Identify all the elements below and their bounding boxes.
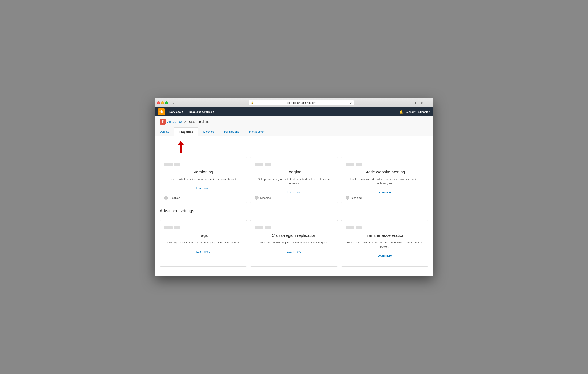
tags-card[interactable]: Tags Use tags to track your cost against… bbox=[160, 220, 247, 267]
services-label: Services bbox=[169, 110, 181, 113]
icon-rect-6 bbox=[356, 163, 362, 166]
static-website-divider bbox=[346, 188, 424, 188]
icon-rect-2 bbox=[174, 163, 180, 166]
transfer-accel-icon bbox=[346, 224, 424, 231]
static-website-card[interactable]: Static website hosting Host a static web… bbox=[341, 157, 428, 203]
browser-window: ‹ › ⊡ 🔒 console.aws.amazon.com ↺ ⬆ ⧉ + S… bbox=[155, 98, 433, 276]
transfer-accel-description: Enable fast, easy and secure transfers o… bbox=[346, 240, 424, 249]
resource-groups-label: Resource Groups bbox=[189, 110, 212, 113]
breadcrumb-current: notes-app-client bbox=[188, 120, 209, 123]
nav-buttons: ‹ › bbox=[171, 101, 183, 105]
tabs-bar: Objects Properties Lifecycle Permissions… bbox=[155, 128, 433, 137]
arrow-head bbox=[178, 141, 184, 145]
services-menu[interactable]: Services ▾ bbox=[168, 109, 184, 114]
static-website-status: Disabled bbox=[346, 196, 362, 200]
tab-icon-button[interactable]: ⊡ bbox=[184, 101, 190, 105]
share-button[interactable]: ⬆ bbox=[413, 101, 418, 105]
svg-rect-0 bbox=[160, 111, 160, 112]
bell-icon[interactable]: 🔔 bbox=[399, 110, 403, 114]
logging-learn-more[interactable]: Learn more bbox=[255, 191, 333, 194]
tabs-container: Objects Properties Lifecycle Permissions… bbox=[155, 128, 433, 137]
logging-description: Set up access log records that provide d… bbox=[255, 177, 333, 185]
icon-rect-3 bbox=[255, 163, 263, 166]
icon-rect-8 bbox=[174, 226, 180, 229]
versioning-card[interactable]: Versioning Keep multiple versions of an … bbox=[160, 157, 247, 203]
main-content: Amazon S3 > notes-app-client Objects Pro… bbox=[155, 116, 433, 276]
browser-chrome: ‹ › ⊡ 🔒 console.aws.amazon.com ↺ ⬆ ⧉ + bbox=[155, 98, 433, 107]
back-button[interactable]: ‹ bbox=[171, 101, 176, 105]
new-tab-button[interactable]: ⧉ bbox=[419, 101, 425, 105]
advanced-settings-title: Advanced settings bbox=[160, 208, 428, 213]
global-label: Global bbox=[406, 110, 414, 113]
versioning-learn-more[interactable]: Learn more bbox=[164, 187, 242, 190]
s3-link[interactable]: Amazon S3 bbox=[167, 120, 182, 123]
maximize-button[interactable] bbox=[165, 101, 168, 104]
transfer-accel-learn-more[interactable]: Learn more bbox=[346, 254, 424, 257]
close-button[interactable] bbox=[157, 101, 160, 104]
svg-rect-2 bbox=[162, 111, 163, 113]
icon-rect-12 bbox=[356, 226, 362, 229]
support-menu[interactable]: Support ▾ bbox=[418, 110, 430, 113]
advanced-cards-row: Tags Use tags to track your cost against… bbox=[160, 220, 428, 267]
versioning-status-text: Disabled bbox=[170, 196, 180, 200]
services-chevron: ▾ bbox=[182, 110, 183, 113]
icon-rect-5 bbox=[346, 163, 354, 166]
tab-objects[interactable]: Objects bbox=[155, 128, 174, 137]
global-chevron: ▾ bbox=[414, 110, 416, 113]
add-tab-button[interactable]: + bbox=[425, 101, 431, 105]
tab-management[interactable]: Management bbox=[244, 128, 270, 137]
cross-region-learn-more[interactable]: Learn more bbox=[255, 250, 333, 253]
versioning-description: Keep multiple versions of an object in t… bbox=[164, 177, 242, 181]
properties-cards-row: Versioning Keep multiple versions of an … bbox=[160, 157, 428, 203]
resource-groups-chevron: ▾ bbox=[213, 110, 214, 113]
cross-region-card[interactable]: Cross-region replication Automate copyin… bbox=[250, 220, 337, 267]
tags-title: Tags bbox=[164, 233, 242, 238]
icon-rect-9 bbox=[255, 226, 263, 229]
support-chevron: ▾ bbox=[429, 110, 430, 113]
static-website-description: Host a static website, which does not re… bbox=[346, 177, 424, 185]
properties-content: Versioning Keep multiple versions of an … bbox=[155, 137, 433, 276]
transfer-accel-title: Transfer acceleration bbox=[346, 233, 424, 238]
arrow-indicator bbox=[160, 141, 428, 153]
versioning-icon bbox=[164, 161, 242, 168]
logging-icon bbox=[255, 161, 333, 168]
resource-groups-menu[interactable]: Resource Groups ▾ bbox=[188, 109, 216, 114]
arrow-stem bbox=[180, 145, 182, 153]
transfer-accel-divider bbox=[346, 251, 424, 251]
logging-divider bbox=[255, 188, 333, 188]
minimize-button[interactable] bbox=[161, 101, 164, 104]
browser-actions: ⬆ ⧉ + bbox=[413, 101, 431, 105]
cross-region-icon bbox=[255, 224, 333, 231]
static-website-status-text: Disabled bbox=[351, 196, 362, 200]
static-website-title: Static website hosting bbox=[346, 170, 424, 174]
icon-rect-11 bbox=[346, 226, 354, 229]
support-label: Support bbox=[418, 110, 428, 113]
tab-properties[interactable]: Properties bbox=[174, 128, 198, 137]
tab-permissions[interactable]: Permissions bbox=[219, 128, 244, 137]
logging-status-dot bbox=[255, 196, 259, 200]
logging-card[interactable]: Logging Set up access log records that p… bbox=[250, 157, 337, 203]
cross-region-description: Automate copying objects across differen… bbox=[255, 240, 333, 245]
reload-button[interactable]: ↺ bbox=[349, 101, 352, 104]
transfer-accel-card[interactable]: Transfer acceleration Enable fast, easy … bbox=[341, 220, 428, 267]
cross-region-divider bbox=[255, 247, 333, 247]
tags-learn-more[interactable]: Learn more bbox=[164, 250, 242, 253]
advanced-settings-divider bbox=[160, 216, 428, 216]
red-arrow bbox=[178, 141, 184, 153]
tab-lifecycle[interactable]: Lifecycle bbox=[198, 128, 219, 137]
lock-icon: 🔒 bbox=[251, 101, 254, 104]
address-bar: 🔒 console.aws.amazon.com ↺ bbox=[249, 100, 354, 106]
logging-title: Logging bbox=[255, 170, 333, 174]
forward-button[interactable]: › bbox=[177, 101, 183, 105]
versioning-status-dot bbox=[164, 196, 168, 200]
svg-rect-1 bbox=[161, 110, 162, 113]
versioning-status: Disabled bbox=[164, 196, 180, 200]
nav-right: 🔔 Global ▾ Support ▾ bbox=[399, 110, 430, 114]
logging-status-text: Disabled bbox=[260, 196, 271, 200]
global-menu[interactable]: Global ▾ bbox=[406, 110, 416, 113]
breadcrumb: Amazon S3 > notes-app-client bbox=[155, 116, 433, 128]
url-text[interactable]: console.aws.amazon.com bbox=[255, 101, 348, 104]
static-website-icon bbox=[346, 161, 424, 168]
tags-divider bbox=[164, 247, 242, 247]
static-website-learn-more[interactable]: Learn more bbox=[346, 191, 424, 194]
